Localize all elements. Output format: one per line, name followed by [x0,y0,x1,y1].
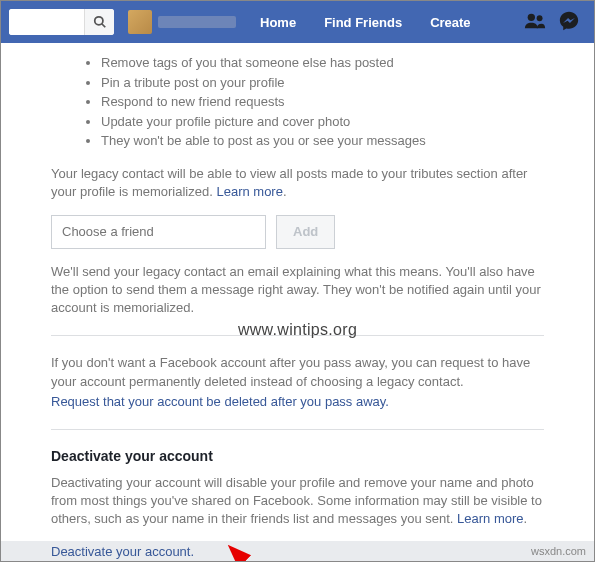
nav-find-friends[interactable]: Find Friends [314,15,412,30]
list-item: Pin a tribute post on your profile [101,73,544,93]
messenger-icon[interactable] [558,10,580,35]
tributes-paragraph: Your legacy contact will be able to view… [51,165,544,201]
learn-more-link[interactable]: Learn more [457,511,523,526]
svg-line-1 [101,24,105,28]
source-footer: wsxdn.com [531,545,586,557]
divider [51,335,544,336]
friends-icon[interactable] [524,10,546,35]
avatar [128,10,152,34]
deactivate-paragraph: Deactivating your account will disable y… [51,474,544,529]
tributes-text: Your legacy contact will be able to view… [51,166,527,199]
nav-create[interactable]: Create [420,15,480,30]
delete-option-paragraph: If you don't want a Facebook account aft… [51,354,544,390]
profile-name-blur [158,16,236,28]
settings-content: Remove tags of you that someone else has… [1,43,594,541]
legacy-contact-row: Add [51,215,544,249]
request-delete-link[interactable]: Request that your account be deleted aft… [51,394,389,409]
email-explain-paragraph: We'll send your legacy contact an email … [51,263,544,318]
search-icon [93,15,107,29]
svg-point-3 [537,15,543,21]
search-button[interactable] [84,9,114,35]
divider [51,429,544,430]
list-item: Respond to new friend requests [101,92,544,112]
nav-home[interactable]: Home [250,15,306,30]
legacy-bullet-list: Remove tags of you that someone else has… [51,53,544,151]
svg-point-0 [94,17,102,25]
profile-chip[interactable] [122,10,242,34]
list-item: Update your profile picture and cover ph… [101,112,544,132]
list-item: Remove tags of you that someone else has… [101,53,544,73]
deactivate-heading: Deactivate your account [51,448,544,464]
add-button[interactable]: Add [276,215,335,249]
search-input[interactable] [9,9,84,35]
learn-more-link[interactable]: Learn more [216,184,282,199]
header-icons [524,10,586,35]
top-nav-bar: Home Find Friends Create [1,1,594,43]
svg-point-2 [528,13,535,20]
choose-friend-input[interactable] [51,215,266,249]
list-item: They won't be able to post as you or see… [101,131,544,151]
search-box [9,9,114,35]
deactivate-account-link[interactable]: Deactivate your account. [51,544,194,559]
